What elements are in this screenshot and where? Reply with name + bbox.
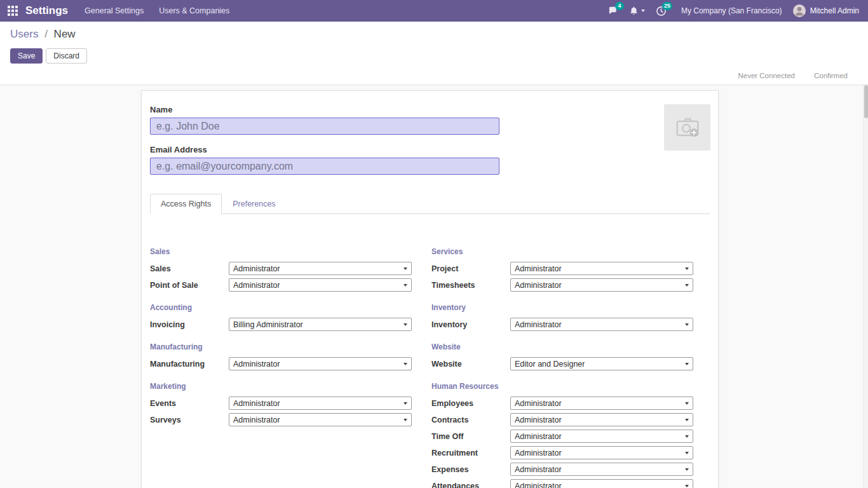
navbar-right: 4 25 My Company (San Francisco) Mitche (607, 4, 859, 17)
chevron-down-icon (403, 402, 407, 405)
save-button[interactable]: Save (10, 48, 43, 64)
breadcrumb-separator: / (44, 28, 48, 40)
camera-plus-icon (673, 113, 702, 142)
navbar-left: Settings General Settings Users & Compan… (8, 0, 229, 22)
notifications-button[interactable] (629, 6, 645, 16)
field-label: Point of Sale (150, 281, 229, 290)
tab-access-rights[interactable]: Access Rights (150, 194, 222, 214)
access-rights-right-column: ServicesProjectAdministratorTimesheetsAd… (431, 247, 693, 488)
project-select[interactable]: Administrator (510, 262, 693, 275)
contracts-select[interactable]: Administrator (510, 413, 693, 426)
sales-select[interactable]: Administrator (229, 262, 412, 275)
chevron-down-icon (403, 323, 407, 326)
select-value: Administrator (515, 482, 562, 488)
breadcrumb-users-link[interactable]: Users (10, 28, 38, 40)
control-panel: Users / New Save Discard (0, 22, 868, 67)
field-label: Contracts (431, 416, 510, 424)
name-label: Name (150, 105, 710, 114)
inventory-select[interactable]: Administrator (510, 318, 693, 331)
chevron-down-icon (403, 268, 407, 270)
select-value: Editor and Designer (515, 360, 585, 369)
select-value: Administrator (515, 281, 562, 290)
group-sales: SalesSalesAdministratorPoint of SaleAdmi… (150, 247, 412, 292)
group-human-resources: Human ResourcesEmployeesAdministratorCon… (431, 382, 693, 488)
field-label: Invoicing (150, 320, 229, 329)
chevron-down-icon (685, 468, 689, 471)
chevron-down-icon (641, 10, 645, 12)
field-label: Attendances (431, 482, 510, 488)
field-label: Website (431, 360, 510, 369)
group-website: WebsiteWebsiteEditor and Designer (431, 342, 693, 370)
menu-users-companies[interactable]: Users & Companies (159, 0, 229, 22)
website-select[interactable]: Editor and Designer (510, 357, 693, 370)
name-input[interactable] (150, 118, 499, 135)
field-row-time-off: Time OffAdministrator (431, 430, 693, 443)
app-name[interactable]: Settings (25, 4, 68, 17)
breadcrumb: Users / New (10, 28, 858, 41)
group-title: Inventory (431, 303, 693, 312)
chevron-down-icon (403, 419, 407, 421)
field-label: Time Off (431, 432, 510, 441)
field-label: Manufacturing (150, 360, 229, 369)
chevron-down-icon (685, 452, 689, 454)
field-label: Sales (150, 264, 229, 273)
manufacturing-select[interactable]: Administrator (229, 357, 412, 370)
recruitment-select[interactable]: Administrator (510, 446, 693, 459)
select-value: Administrator (515, 432, 562, 441)
surveys-select[interactable]: Administrator (229, 413, 412, 426)
menu-general-settings[interactable]: General Settings (85, 0, 144, 22)
field-label: Inventory (431, 320, 510, 329)
apps-menu-icon[interactable] (8, 6, 18, 16)
chevron-down-icon (403, 284, 407, 287)
field-row-point-of-sale: Point of SaleAdministrator (150, 278, 412, 292)
time-off-select[interactable]: Administrator (510, 430, 693, 443)
select-value: Administrator (515, 320, 562, 329)
expenses-select[interactable]: Administrator (510, 463, 693, 476)
profile-image-uploader[interactable] (664, 104, 710, 151)
invoicing-select[interactable]: Billing Administrator (229, 318, 412, 331)
select-value: Administrator (233, 416, 280, 424)
messages-button[interactable]: 4 (607, 6, 618, 16)
employees-select[interactable]: Administrator (510, 396, 693, 410)
chevron-down-icon (685, 435, 689, 438)
person-icon (793, 4, 806, 17)
field-label: Surveys (150, 416, 229, 424)
form-view: Name Email Address Access Rights Prefere… (0, 85, 868, 488)
select-value: Administrator (515, 465, 562, 474)
group-title: Website (431, 342, 693, 351)
tab-preferences[interactable]: Preferences (222, 194, 286, 214)
field-label: Recruitment (431, 449, 510, 458)
discard-button[interactable]: Discard (46, 48, 87, 64)
chevron-down-icon (685, 284, 689, 287)
form-action-buttons: Save Discard (10, 48, 858, 64)
group-title: Manufacturing (150, 342, 412, 351)
group-title: Marketing (150, 382, 412, 391)
activities-badge: 25 (662, 2, 672, 10)
field-row-website: WebsiteEditor and Designer (431, 357, 693, 370)
vertical-scrollbar[interactable] (863, 85, 868, 488)
group-accounting: AccountingInvoicingBilling Administrator (150, 303, 412, 331)
company-switcher[interactable]: My Company (San Francisco) (681, 6, 782, 15)
bell-icon (629, 6, 639, 16)
statusbar: Never Connected Confirmed (0, 67, 868, 85)
field-row-project: ProjectAdministrator (431, 262, 693, 275)
timesheets-select[interactable]: Administrator (510, 278, 693, 292)
point-of-sale-select[interactable]: Administrator (229, 278, 412, 292)
select-value: Billing Administrator (233, 320, 303, 329)
activities-button[interactable]: 25 (656, 6, 667, 17)
field-label: Expenses (431, 465, 510, 474)
status-confirmed[interactable]: Confirmed (814, 72, 848, 79)
user-menu[interactable]: Mitchell Admin (793, 4, 859, 17)
status-never-connected[interactable]: Never Connected (738, 72, 795, 79)
field-label: Timesheets (431, 281, 510, 290)
breadcrumb-current: New (54, 28, 76, 40)
attendances-select[interactable]: Administrator (510, 479, 693, 488)
events-select[interactable]: Administrator (229, 396, 412, 410)
group-title: Sales (150, 247, 412, 256)
group-marketing: MarketingEventsAdministratorSurveysAdmin… (150, 382, 412, 426)
group-title: Human Resources (431, 382, 693, 391)
group-services: ServicesProjectAdministratorTimesheetsAd… (431, 247, 693, 292)
email-input[interactable] (150, 158, 499, 175)
scrollbar-thumb[interactable] (864, 85, 868, 118)
field-row-employees: EmployeesAdministrator (431, 396, 693, 410)
